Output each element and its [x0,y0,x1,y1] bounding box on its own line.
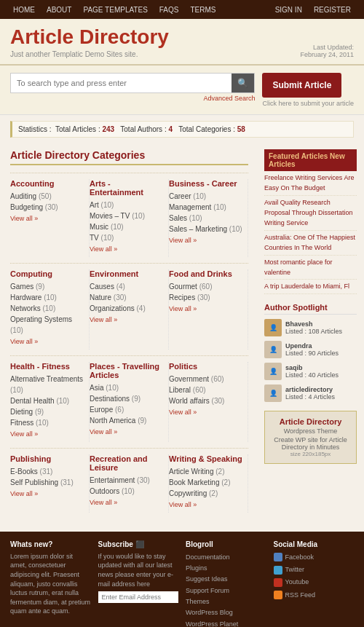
category-item: Article Writing (2) [169,466,243,477]
author-name[interactable]: articledirectory [285,386,335,393]
category-item: Causes (4) [90,281,164,292]
content-area: Article Directory Categories AccountingA… [0,143,258,524]
category-name[interactable]: Accounting [10,179,84,188]
footer-whats-new-title: Whats new? [10,540,91,548]
author-avatar: 👤 [264,363,282,380]
blogroll-link[interactable]: Suggest Ideas [186,574,266,585]
category-item: Management (10) [169,202,243,213]
category-item: Gourmet (60) [169,281,243,292]
featured-article-item[interactable]: Most romantic place for valentine [264,256,357,280]
author-name[interactable]: saqib [285,364,339,371]
rss-label[interactable]: RSS Feed [285,590,316,601]
category-name[interactable]: Politics [169,362,243,371]
category-item: Self Publishing (31) [10,477,84,488]
view-all-link[interactable]: View all » [90,316,164,323]
featured-article-item[interactable]: Avail Quality Research Proposal Through … [264,196,357,231]
author-name[interactable]: Bhavesh [285,320,342,328]
footer-whats-new-text: Lorem ipsum dolor sit amet, consectetuer… [10,552,91,616]
category-name[interactable]: Health - Fitness [10,362,84,371]
view-all-link[interactable]: View all » [10,338,84,345]
nav-home[interactable]: HOME [7,6,41,14]
search-input[interactable] [11,74,232,92]
view-all-link[interactable]: View all » [90,499,164,506]
social-twitter[interactable]: Twitter [274,564,355,575]
category-item: Recipes (30) [169,292,243,303]
category-item: Games (9) [10,281,84,292]
category-name[interactable]: Recreation and Leisure [90,454,164,472]
author-avatar: 👤 [264,385,282,402]
view-all-link[interactable]: View all » [169,501,243,508]
ad-box[interactable]: Article Directory Wordpress Theme Create… [264,411,357,464]
category-name[interactable]: Food and Drinks [169,269,243,278]
nav-register[interactable]: REGISTER [308,6,357,14]
social-rss[interactable]: RSS Feed [274,590,355,601]
twitter-icon [274,566,282,575]
category-row: ComputingGames (9)Hardware (10)Networks … [10,263,248,350]
featured-article-item[interactable]: Freelance Writing Services Are Easy On T… [264,171,357,196]
nav-terms[interactable]: TERMS [185,6,222,14]
search-button[interactable]: 🔍 [232,74,254,92]
social-youtube[interactable]: Youtube [274,577,355,588]
category-column: Business - CareerCareer (10)Management (… [169,179,248,257]
advanced-search-link[interactable]: Advanced Search [10,95,255,102]
category-item: Music (10) [90,221,164,232]
submit-article-button[interactable]: Submit Article [262,73,341,98]
view-all-link[interactable]: View all » [90,245,164,253]
category-name[interactable]: Computing [10,269,84,278]
view-all-link[interactable]: View all » [90,428,164,435]
sidebar: Featured Articles New Articles Freelance… [258,143,364,524]
category-item: Outdoors (10) [90,486,164,497]
category-name[interactable]: Publishing [10,454,84,463]
category-item: Dental Health (10) [10,395,84,406]
category-row: AccountingAuditing (50)Budgeting (30)Vie… [10,173,248,257]
category-name[interactable]: Writing & Speaking [169,454,243,463]
social-links: FacebookTwitterYoutubeRSS Feed [274,552,355,601]
blogroll-link[interactable]: WordPress Blog [186,607,266,618]
category-name[interactable]: Environment [90,269,164,278]
social-facebook[interactable]: Facebook [274,552,355,563]
category-item: Movies – TV (10) [90,210,164,221]
youtube-label[interactable]: Youtube [285,577,309,588]
blogroll-link[interactable]: Documentation [186,552,266,563]
view-all-link[interactable]: View all » [10,430,84,438]
featured-article-item[interactable]: A trip Lauderdale to Miami, Fl [264,280,357,293]
authors-list: 👤 Bhavesh Listed : 108 Articles 👤 Upendr… [264,319,357,402]
footer-col-social: Social Media FacebookTwitterYoutubeRSS F… [274,540,355,627]
blogroll-link[interactable]: WordPress Planet [186,619,266,627]
nav-sign-in[interactable]: SIGN IN [269,6,308,14]
facebook-label[interactable]: Facebook [285,552,314,563]
category-name[interactable]: Places - Travelling Articles [90,362,164,379]
blogroll-link[interactable]: Themes [186,596,266,607]
categories-grid: AccountingAuditing (50)Budgeting (30)Vie… [10,173,248,513]
search-area: 🔍 Advanced Search Submit Article Click h… [0,66,364,115]
footer-email-input[interactable] [98,591,179,603]
author-name[interactable]: Upendra [285,342,339,350]
site-subtitle: Just another Templatic Demo Sites site. [10,50,169,58]
category-column: PublishingE-Books (31)Self Publishing (3… [10,454,90,513]
twitter-label[interactable]: Twitter [285,564,305,575]
category-item: Operating Systems (10) [10,314,84,336]
footer-grid: Whats new? Lorem ipsum dolor sit amet, c… [10,540,354,627]
view-all-link[interactable]: View all » [169,305,243,312]
category-item: Alternative Treatments (10) [10,374,84,395]
blogroll-link[interactable]: Plugins [186,563,266,574]
view-all-link[interactable]: View all » [10,215,84,222]
featured-article-item[interactable]: Australia: One Of The Happiest Countries… [264,231,357,256]
footer-col-subscribe: Subscribe ⬛ If you would like to stay up… [98,540,179,627]
blogroll-link[interactable]: Support Forum [186,585,266,596]
view-all-link[interactable]: View all » [169,237,243,244]
site-footer: Whats new? Lorem ipsum dolor sit amet, c… [0,532,364,627]
nav-page-templates[interactable]: PAGE TEMPLATES [77,6,153,14]
view-all-link[interactable]: View all » [10,490,84,497]
ad-desc: Create WP site for Article Directory in … [271,436,350,451]
category-name[interactable]: Arts - Entertainment [90,179,164,197]
blogroll-links: DocumentationPluginsSuggest IdeasSupport… [186,552,266,627]
view-all-link[interactable]: View all » [169,409,243,416]
nav-about[interactable]: ABOUT [41,6,77,14]
featured-articles-box: Featured Articles New Articles Freelance… [264,149,357,294]
category-column: Places - Travelling ArticlesAsia (10)Des… [90,362,169,442]
author-avatar: 👤 [264,341,282,358]
category-name[interactable]: Business - Career [169,179,243,188]
nav-faqs[interactable]: FAQS [154,6,185,14]
footer-blogroll-title: Blogroll [186,540,266,548]
